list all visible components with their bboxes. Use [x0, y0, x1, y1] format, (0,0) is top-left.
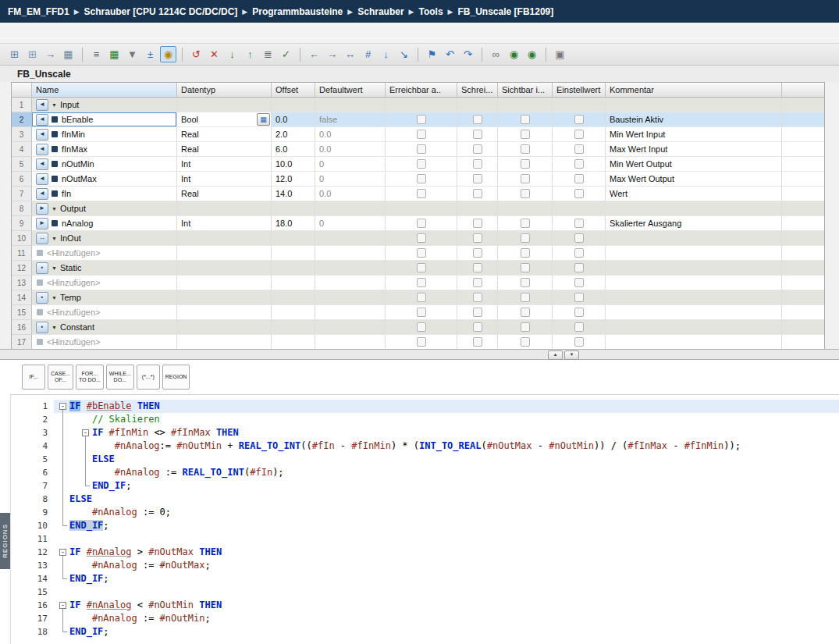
- insert-row-icon[interactable]: ⊞: [6, 46, 23, 62]
- row-number[interactable]: 1: [12, 98, 32, 112]
- find-previous-icon[interactable]: ◉: [524, 46, 540, 62]
- erreichbar-checkbox[interactable]: [417, 322, 426, 332]
- splitter-collapse-up-button[interactable]: ▲: [548, 350, 563, 360]
- name-cell[interactable]: ◄bEnable: [32, 112, 177, 127]
- sichtbar-checkbox[interactable]: [521, 159, 530, 169]
- name-cell[interactable]: <Hinzufügen>: [32, 246, 177, 261]
- compile-icon[interactable]: ✓: [278, 46, 294, 62]
- name-cell[interactable]: ◄nOutMax: [32, 172, 177, 187]
- default-cell[interactable]: 0: [315, 157, 386, 172]
- regions-tab[interactable]: REGIONS: [0, 513, 10, 569]
- monitor-all-icon[interactable]: ◉: [160, 46, 176, 62]
- code-line[interactable]: 15: [11, 585, 839, 599]
- code-line[interactable]: 3 IF #fInMin <> #fInMax THEN: [11, 426, 839, 439]
- name-cell[interactable]: ►nAnalog: [32, 216, 177, 231]
- default-cell[interactable]: false: [315, 112, 386, 127]
- code-line[interactable]: 2 // Skalieren: [11, 413, 839, 426]
- kommentar-cell[interactable]: Min Wert Input: [606, 127, 782, 142]
- schreibbar-checkbox[interactable]: [473, 219, 482, 228]
- kommentar-cell[interactable]: [606, 246, 782, 261]
- kommentar-cell[interactable]: Wert: [606, 187, 782, 201]
- fold-collapse-icon[interactable]: -: [59, 602, 66, 609]
- variable-row-noutmin[interactable]: 5◄nOutMinInt10.00Min Wert Output: [12, 157, 824, 172]
- sichtbar-checkbox[interactable]: [521, 248, 530, 258]
- einstellwert-checkbox[interactable]: [574, 233, 584, 243]
- default-cell[interactable]: 0.0: [315, 187, 386, 201]
- variable-row-finmax[interactable]: 4◄fInMaxReal6.00.0Max Wert Input: [12, 142, 824, 157]
- datatype-cell[interactable]: [177, 231, 272, 246]
- sichtbar-checkbox[interactable]: [521, 219, 530, 228]
- default-cell[interactable]: 0.0: [315, 127, 386, 142]
- datatype-cell[interactable]: [177, 276, 272, 290]
- sichtbar-checkbox[interactable]: [521, 337, 530, 347]
- code-line[interactable]: 11: [11, 532, 839, 546]
- renumber-icon[interactable]: #: [360, 46, 376, 62]
- load-start-values-icon[interactable]: ±: [142, 46, 158, 62]
- kommentar-cell[interactable]: [606, 98, 782, 112]
- snippet-tab-case-of[interactable]: CASE... OF...: [48, 365, 73, 390]
- code-line[interactable]: 10END_IF;: [11, 519, 839, 532]
- sichtbar-checkbox[interactable]: [521, 174, 530, 183]
- code-editor[interactable]: 1IF #bEnable THEN2 // Skalieren3 IF #fIn…: [10, 394, 839, 644]
- datatype-cell[interactable]: [177, 320, 272, 335]
- schreibbar-checkbox[interactable]: [473, 337, 482, 347]
- sync-right-icon[interactable]: →: [324, 46, 340, 62]
- expand-icon[interactable]: ▼: [52, 325, 57, 330]
- header-name[interactable]: Name: [32, 83, 177, 98]
- section-row-input[interactable]: 1◄▼Input: [12, 98, 824, 112]
- section-row-inout[interactable]: 10↔▼InOut: [12, 231, 824, 246]
- erreichbar-checkbox[interactable]: [417, 174, 426, 183]
- datatype-cell[interactable]: [177, 98, 272, 112]
- snippet-tab-for-to-do[interactable]: FOR... TO DO...: [76, 365, 104, 390]
- einstellwert-checkbox[interactable]: [574, 248, 584, 258]
- header-kommentar[interactable]: Kommentar: [606, 83, 782, 98]
- sichtbar-checkbox[interactable]: [521, 233, 530, 243]
- row-number[interactable]: 15: [12, 305, 32, 320]
- datatype-cell[interactable]: Int: [177, 157, 272, 172]
- datatype-cell[interactable]: [177, 201, 272, 216]
- kommentar-cell[interactable]: [606, 261, 782, 276]
- sync-left-icon[interactable]: ←: [306, 46, 322, 62]
- kommentar-cell[interactable]: [606, 305, 782, 320]
- variable-row-nanalog[interactable]: 9►nAnalogInt18.00Skalierter Ausgang: [12, 216, 824, 231]
- default-cell[interactable]: [315, 261, 386, 276]
- name-cell[interactable]: ◄fInMin: [32, 127, 177, 142]
- add-row-hinzufügen[interactable]: 15<Hinzufügen>: [12, 305, 824, 320]
- erreichbar-checkbox[interactable]: [417, 219, 426, 228]
- erreichbar-checkbox[interactable]: [417, 130, 426, 139]
- sichtbar-checkbox[interactable]: [521, 115, 530, 124]
- kommentar-cell[interactable]: [606, 335, 782, 350]
- datatype-cell[interactable]: [177, 246, 272, 261]
- default-cell[interactable]: [315, 305, 386, 320]
- header-offset[interactable]: Offset: [272, 83, 315, 98]
- sort-descending-icon[interactable]: ↘: [396, 46, 412, 62]
- add-row-icon[interactable]: ⊞: [24, 46, 41, 62]
- einstellwert-checkbox[interactable]: [574, 293, 584, 302]
- kommentar-cell[interactable]: Baustein Aktiv: [606, 112, 782, 127]
- datatype-cell[interactable]: [177, 335, 272, 350]
- einstellwert-checkbox[interactable]: [574, 308, 584, 317]
- splitter-collapse-down-button[interactable]: ▼: [564, 350, 579, 360]
- name-cell[interactable]: <Hinzufügen>: [32, 305, 177, 320]
- add-row-hinzufügen[interactable]: 17<Hinzufügen>: [12, 335, 824, 350]
- row-number[interactable]: 14: [12, 290, 32, 305]
- code-line[interactable]: 7 END_IF;: [11, 479, 839, 493]
- row-number[interactable]: 13: [12, 276, 32, 290]
- schreibbar-checkbox[interactable]: [473, 159, 482, 169]
- row-number[interactable]: 10: [12, 231, 32, 246]
- keep-layout-icon[interactable]: ≡: [88, 46, 105, 62]
- datatype-cell[interactable]: [177, 305, 272, 320]
- name-cell[interactable]: <Hinzufügen>: [32, 276, 177, 290]
- row-number[interactable]: 16: [12, 320, 32, 335]
- variable-row-benable[interactable]: 2◄bEnableBool▦0.0falseBaustein Aktiv: [12, 112, 824, 127]
- schreibbar-checkbox[interactable]: [473, 263, 482, 272]
- kommentar-cell[interactable]: Max Wert Input: [606, 142, 782, 157]
- insert-row-after-icon[interactable]: →: [42, 46, 59, 62]
- datatype-cell[interactable]: Bool▦: [177, 112, 272, 127]
- datatype-cell[interactable]: Int: [177, 172, 272, 187]
- schreibbar-checkbox[interactable]: [473, 233, 482, 243]
- datatype-cell[interactable]: Real: [177, 142, 272, 157]
- row-number[interactable]: 11: [12, 246, 32, 261]
- erreichbar-checkbox[interactable]: [417, 159, 426, 169]
- code-line[interactable]: 12IF #nAnalog > #nOutMax THEN: [11, 546, 839, 559]
